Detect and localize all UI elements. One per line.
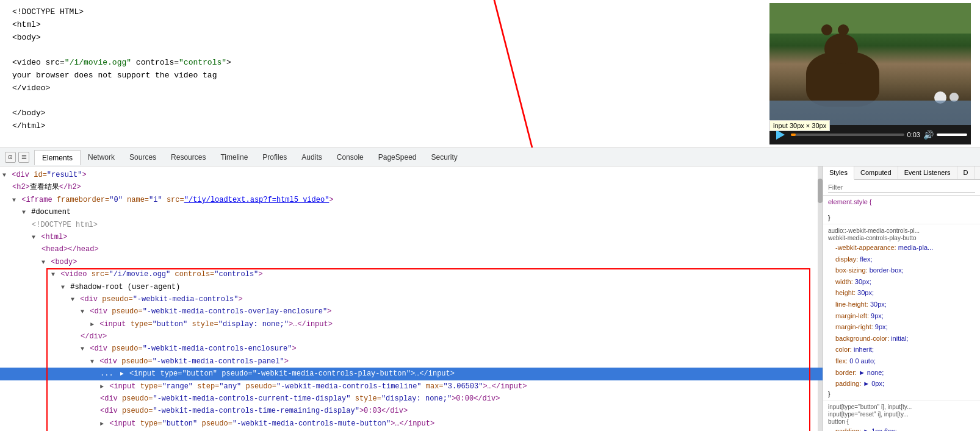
video-preview: input 30px × 30px 0:03 🔊 [769,3,977,144]
collapse-icon[interactable]: ► [120,371,124,377]
dom-line[interactable]: <h2>查看结果</h2> [0,181,823,193]
dom-line[interactable]: ▼ <div id="result"> [0,169,823,181]
tab-security[interactable]: Security [423,150,464,165]
dom-line[interactable]: ▼ <div pseudo="-webkit-media-controls-ov… [0,305,823,318]
code-line: </html> [12,120,754,133]
dom-link[interactable]: "/tiy/loadtext.asp?f=html5_video" [184,196,330,204]
styles-panel: Styles Computed Event Listeners D elemen… [823,166,980,431]
tab-resources[interactable]: Resources [164,150,213,165]
dom-attr: id= [34,171,47,179]
dom-text: 查看结果 [30,183,59,191]
dom-line[interactable]: ▼ <div pseudo="-webkit-media-controls"> [0,293,823,305]
styles-prop-line: display: flex; [828,254,975,265]
volume-bar[interactable] [937,134,967,136]
dom-attr: name= [123,196,149,204]
dom-val: "-webkit-media-controls-overlay-enclosur… [143,307,327,316]
code-line: <html> [12,19,754,32]
tab-network[interactable]: Network [81,150,122,165]
tab-computed[interactable]: Computed [854,166,898,179]
tab-audits[interactable]: Audits [294,150,329,165]
collapse-icon[interactable]: ▼ [2,172,6,179]
styles-val: 9px; [875,323,888,330]
styles-prop: width: [828,278,853,285]
dom-attr: max= [422,382,444,391]
dom-line[interactable]: ▼ <div pseudo="-webkit-media-controls-en… [0,343,823,355]
dom-line[interactable]: </div> [0,330,823,343]
collapse-icon[interactable]: ► [90,321,94,328]
styles-filter-input[interactable] [828,182,975,193]
dom-line[interactable]: <!DOCTYPE html> [0,219,823,231]
tab-elements[interactable]: Elements [34,150,81,165]
styles-empty [828,207,975,214]
dom-line[interactable]: ▼ <iframe frameborder="0" name="i" src="… [0,194,823,206]
collapse-icon[interactable]: ▼ [81,308,84,315]
dom-text: #shadow-root (user-agent) [70,283,180,291]
bear-ear-left [821,24,832,35]
dom-tag: <div [100,394,122,403]
collapse-icon[interactable]: ▼ [71,296,74,303]
dom-tag: <div [80,295,102,304]
progress-bar[interactable] [791,134,904,136]
collapse-icon[interactable]: ▼ [81,346,84,352]
dom-scrollbar-thumb[interactable] [818,179,823,203]
collapse-icon[interactable]: ► [100,383,104,390]
styles-prop: padding: [828,427,861,431]
dom-line[interactable]: ▼ <video src="/i/movie.ogg" controls="co… [0,268,823,280]
collapse-icon[interactable]: ▼ [32,234,35,241]
dom-tag: <head></head> [41,245,99,254]
styles-prop-line: padding: ► 1px 6px; [828,426,975,431]
dom-panel[interactable]: ▼ <div id="result"> <h2>查看结果</h2> ▼ <ifr… [0,166,823,431]
inspect-icon[interactable]: ⊡ [5,152,16,163]
tab-profiles[interactable]: Profiles [255,150,294,165]
collapse-icon[interactable]: ▼ [22,209,26,216]
dom-line-selected[interactable]: ... ► <input type="button" pseudo="-webk… [0,368,823,380]
tab-pagespeed[interactable]: PageSpeed [371,150,424,165]
styles-prop: background-color: [828,335,889,342]
dom-line[interactable]: <div pseudo="-webkit-media-controls-time… [0,405,823,417]
code-line: <!DOCTYPE HTML> [12,6,754,19]
devtools-icon-group: ⊡ ☰ [5,152,29,163]
device-icon[interactable]: ☰ [18,152,29,163]
dom-line[interactable]: ▼ #document [0,206,823,218]
dom-tag: <div [90,307,112,316]
dom-attr: pseudo= [122,407,153,415]
dom-line[interactable]: ▼ <body> [0,256,823,268]
styles-prop-line: flex: 0 0 auto; [828,356,975,367]
styles-filter [823,180,980,196]
styles-val: ► 1px 6px; [863,427,897,431]
tab-sources[interactable]: Sources [122,150,164,165]
dom-tag: <video [60,270,91,279]
dom-val: "-webkit-media-controls-panel" [153,357,284,366]
dom-attr: style= [351,394,381,403]
collapse-icon[interactable]: ▼ [41,259,45,266]
tab-d[interactable]: D [957,166,975,179]
three-dots: ... [100,369,113,378]
dom-attr: type= [140,419,162,428]
collapse-icon[interactable]: ▼ [12,197,16,204]
styles-prop: -webkit-appearance: [828,244,896,251]
tab-styles[interactable]: Styles [823,166,854,180]
tab-timeline[interactable]: Timeline [213,150,255,165]
styles-close: } [828,214,975,221]
video-image [769,3,971,125]
collapse-icon[interactable]: ▼ [51,271,55,278]
dom-line[interactable]: ► <input type="range" step="any" pseudo=… [0,380,823,393]
tab-event-listeners[interactable]: Event Listeners [898,166,957,179]
tab-console[interactable]: Console [330,150,371,165]
dom-line[interactable]: ▼ <div pseudo="-webkit-media-controls-pa… [0,355,823,368]
dom-line[interactable]: <div pseudo="-webkit-media-controls-curr… [0,393,823,405]
dom-line[interactable]: ▼ <html> [0,231,823,243]
dom-val: "range" [162,382,193,391]
dom-attr: step= [193,382,219,391]
styles-prop: margin-right: [828,323,873,330]
dom-line[interactable]: <head></head> [0,243,823,255]
dom-val: "-webkit-media-controls-enclosure" [143,344,292,353]
main-layout: <!DOCTYPE HTML> <html> <body> <video src… [0,0,980,431]
collapse-icon[interactable]: ► [100,421,104,427]
collapse-icon[interactable]: ▼ [90,358,94,365]
collapse-icon[interactable]: ▼ [61,284,65,291]
dom-line[interactable]: ► <input type="button" style="display: n… [0,318,823,330]
dom-line[interactable]: ▼ #shadow-root (user-agent) [0,281,823,293]
dom-line[interactable]: ► <input type="button" pseudo="-webkit-m… [0,418,823,430]
code-line: </body> [12,107,754,120]
